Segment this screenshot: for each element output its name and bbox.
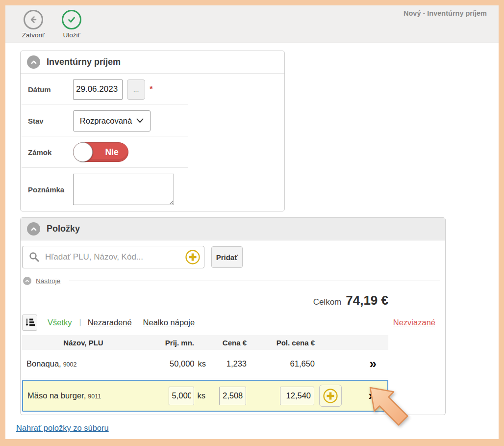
close-button-label: Zatvoriť bbox=[22, 31, 45, 39]
page-title: Nový - Inventúrny príjem bbox=[403, 9, 487, 17]
collapse-up-icon[interactable] bbox=[27, 222, 40, 236]
item-price-cell bbox=[205, 387, 247, 405]
item-name: Bonaqua,9002 bbox=[22, 359, 145, 368]
category-tabs: Všetky | Nezaradené Nealko nápoje Nezvia… bbox=[22, 314, 441, 331]
tools-row: Nástroje bbox=[23, 277, 441, 285]
divider-line bbox=[69, 281, 440, 281]
main-content: Inventúrny príjem Dátum ... * Stav Rozpr… bbox=[5, 43, 499, 433]
tab-soft-drinks[interactable]: Nealko nápoje bbox=[143, 318, 195, 327]
item-qty: 50,000ks bbox=[145, 359, 206, 368]
column-header-line-total: Pol. cena € bbox=[248, 339, 316, 347]
expand-row-icon[interactable]: » bbox=[369, 388, 375, 403]
lock-row: Zámok Nie bbox=[21, 136, 284, 168]
app-window: Zatvoriť Uložiť Nový - Inventúrny príjem… bbox=[0, 0, 504, 446]
collapse-up-icon[interactable] bbox=[23, 277, 31, 285]
toggle-knob bbox=[73, 142, 93, 162]
search-row: Pridať bbox=[22, 246, 441, 268]
quick-add-icon[interactable] bbox=[185, 249, 201, 265]
confirm-add-row-button[interactable] bbox=[319, 385, 342, 407]
item-plu: 9011 bbox=[88, 393, 101, 400]
item-qty-cell: ks bbox=[144, 387, 205, 405]
form-panel-title: Inventúrny príjem bbox=[47, 57, 121, 67]
add-item-button[interactable]: Pridať bbox=[211, 246, 243, 268]
qty-input[interactable] bbox=[169, 387, 194, 405]
tab-unbound[interactable]: Nezviazané bbox=[393, 318, 435, 327]
back-arrow-icon bbox=[24, 10, 43, 29]
status-select[interactable]: Rozpracovaná bbox=[73, 110, 151, 131]
table-row: Bonaqua,9002 50,000ks 1,233 61,650 » bbox=[22, 350, 388, 378]
close-button[interactable]: Zatvoriť bbox=[18, 10, 49, 39]
chevron-down-icon bbox=[136, 118, 144, 123]
item-plu: 9002 bbox=[63, 361, 77, 368]
column-header-price: Cena € bbox=[206, 339, 248, 347]
item-unit: ks bbox=[198, 391, 206, 400]
status-select-value: Rozpracovaná bbox=[80, 116, 132, 126]
total-row: Celkom74,19 € bbox=[22, 293, 388, 308]
item-price: 1,233 bbox=[206, 359, 248, 368]
column-header-qty: Prij. mn. bbox=[145, 339, 206, 347]
date-row: Dátum ... * bbox=[21, 74, 284, 105]
search-input[interactable] bbox=[45, 252, 185, 262]
tab-unassigned[interactable]: Nezaradené bbox=[88, 318, 132, 327]
items-body: Pridať Nástroje Celkom74,19 € bbox=[21, 240, 445, 415]
save-button-label: Uložiť bbox=[63, 31, 80, 39]
items-panel: Položky bbox=[20, 217, 446, 415]
note-label: Poznámka bbox=[28, 185, 73, 194]
items-panel-title: Položky bbox=[47, 224, 80, 234]
column-header-name: Názov, PLU bbox=[22, 339, 145, 347]
tab-separator: | bbox=[79, 318, 81, 327]
table-header: Názov, PLU Prij. mn. Cena € Pol. cena € bbox=[22, 335, 388, 350]
date-label: Dátum bbox=[28, 85, 73, 94]
lock-label: Zámok bbox=[28, 148, 73, 157]
upload-items-link[interactable]: Nahrať položky zo súboru bbox=[16, 423, 109, 433]
tab-all-items[interactable]: Všetky bbox=[48, 318, 72, 327]
status-label: Stav bbox=[28, 117, 73, 125]
note-textarea[interactable] bbox=[73, 174, 174, 205]
line-total-input[interactable] bbox=[280, 387, 314, 405]
item-searchbox bbox=[22, 246, 204, 268]
inventory-form-panel: Inventúrny príjem Dátum ... * Stav Rozpr… bbox=[20, 51, 285, 211]
plus-icon bbox=[323, 388, 338, 404]
table-row-highlighted: Mäso na burger,9011 ks » bbox=[22, 380, 388, 412]
required-marker: * bbox=[150, 84, 153, 94]
toolbar: Zatvoriť Uložiť Nový - Inventúrny príjem bbox=[5, 5, 499, 43]
tools-link[interactable]: Nástroje bbox=[36, 277, 60, 285]
item-name: Mäso na burger,9011 bbox=[23, 391, 144, 400]
item-line-total: 61,650 bbox=[248, 359, 316, 368]
expand-row-icon[interactable]: » bbox=[370, 356, 376, 371]
items-panel-header: Položky bbox=[21, 218, 445, 240]
sort-icon bbox=[25, 317, 35, 328]
item-unit: ks bbox=[198, 359, 206, 368]
form-panel-header: Inventúrny príjem bbox=[21, 51, 284, 74]
save-button[interactable]: Uložiť bbox=[56, 10, 87, 39]
status-row: Stav Rozpracovaná bbox=[21, 105, 284, 136]
items-table: Názov, PLU Prij. mn. Cena € Pol. cena € … bbox=[22, 335, 388, 412]
lock-toggle-value: Nie bbox=[98, 143, 126, 161]
collapse-up-icon[interactable] bbox=[27, 55, 40, 69]
total-value: 74,19 € bbox=[346, 293, 388, 308]
sort-button[interactable] bbox=[22, 315, 37, 331]
check-icon bbox=[62, 10, 81, 29]
lock-toggle[interactable]: Nie bbox=[73, 142, 128, 162]
note-row: Poznámka bbox=[21, 168, 284, 211]
item-line-total-cell bbox=[247, 387, 316, 405]
date-picker-button[interactable]: ... bbox=[127, 79, 145, 100]
total-label: Celkom bbox=[313, 297, 342, 307]
price-input[interactable] bbox=[219, 387, 246, 405]
date-input[interactable] bbox=[73, 79, 123, 100]
search-icon bbox=[28, 251, 40, 263]
